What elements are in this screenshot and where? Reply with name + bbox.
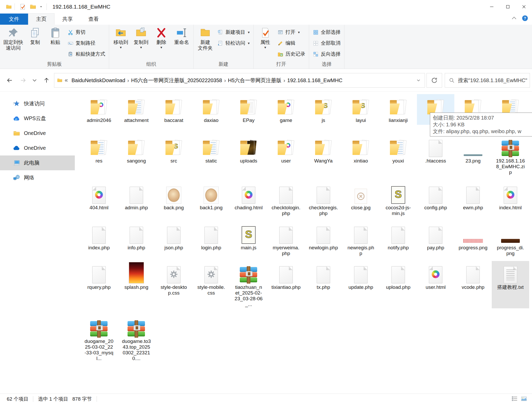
file-item-duogame.to343.top_20250302_223210....[interactable]: duogame.to343.top_20250302_223210.... bbox=[118, 315, 155, 362]
breadcrumb-item[interactable]: H5六合一带网页注册版 bbox=[226, 77, 284, 84]
file-item-update.php[interactable]: update.php bbox=[342, 261, 380, 308]
move-to-button[interactable]: 移动到 ▾ bbox=[111, 25, 131, 49]
cut-button[interactable]: 剪切 bbox=[65, 27, 107, 38]
sidebar-item-OneDrive[interactable]: OneDrive bbox=[0, 141, 75, 155]
file-item-style-desktop.css[interactable]: style-desktop.css bbox=[155, 261, 192, 308]
file-item-main.js[interactable]: Smain.js bbox=[230, 221, 267, 257]
rename-button[interactable]: 重命名 bbox=[171, 25, 192, 45]
folder-item-res[interactable]: res bbox=[80, 135, 118, 176]
tab-home[interactable]: 主页 bbox=[28, 13, 55, 25]
file-item-192.168.1.168_EwMHC.zip[interactable]: 192.168.1.168_EwMHC.zip bbox=[492, 135, 529, 176]
sidebar-item-此电脑[interactable]: 此电脑 bbox=[0, 155, 75, 170]
file-item-progress.png[interactable]: progress.png bbox=[454, 221, 492, 257]
folder-item-admin2046[interactable]: admin2046 bbox=[80, 94, 118, 125]
file-item-ewm.php[interactable]: ewm.php bbox=[454, 181, 492, 217]
quick-access-newfolder-icon[interactable] bbox=[30, 3, 36, 10]
file-item-checktoregis.php[interactable]: checktoregis.php bbox=[305, 181, 342, 217]
open-button[interactable]: 打开 ▾ bbox=[275, 27, 307, 38]
history-button[interactable]: 历史记录 bbox=[275, 49, 307, 60]
folder-item-daxiao[interactable]: daxiao bbox=[192, 94, 230, 125]
file-item-info.php[interactable]: info.php bbox=[118, 221, 155, 257]
file-item-tixiantiao.php[interactable]: tixiantiao.php bbox=[267, 261, 305, 308]
tab-view[interactable]: 查看 bbox=[81, 14, 107, 25]
thumbnail-view-icon[interactable] bbox=[521, 395, 527, 402]
folder-item-src[interactable]: Ssrc bbox=[155, 135, 192, 176]
file-item-splash.png[interactable]: splash.png bbox=[118, 261, 155, 308]
file-item-搭建教程.txt[interactable]: 搭建教程.txt bbox=[492, 261, 529, 308]
file-item-tx.php[interactable]: tx.php bbox=[305, 261, 342, 308]
sidebar-item-快速访问[interactable]: 快速访问 bbox=[0, 96, 75, 111]
folder-item-user[interactable]: user bbox=[267, 135, 305, 176]
file-item-index.html[interactable]: index.html bbox=[492, 181, 529, 217]
file-item-tiaozhuan_net_2025-02-23_03-28-06_...[interactable]: tiaozhuan_net_2025-02-23_03-28-06_... bbox=[230, 261, 267, 308]
select-none-button[interactable]: 全部取消 bbox=[311, 38, 343, 49]
file-item-404.html[interactable]: 404.html bbox=[80, 181, 118, 217]
folder-item-game[interactable]: game bbox=[267, 94, 305, 125]
file-item-23.png[interactable]: 23.png bbox=[454, 135, 492, 176]
folder-item-WangYa[interactable]: WangYa bbox=[305, 135, 342, 176]
file-item-duogame_2025-03-02_22-33-03_mysql...[interactable]: duogame_2025-03-02_22-33-03_mysql... bbox=[80, 315, 118, 362]
recent-locations-button[interactable] bbox=[30, 75, 39, 86]
minimize-button[interactable] bbox=[484, 0, 500, 14]
delete-button[interactable]: 删除 ▾ bbox=[151, 25, 171, 49]
copy-to-button[interactable]: 复制到 ▾ bbox=[131, 25, 151, 49]
folder-item-layui[interactable]: Slayui bbox=[342, 94, 380, 125]
file-item-back1.png[interactable]: back1.png bbox=[192, 181, 230, 217]
file-item-login.php[interactable]: login.php bbox=[192, 221, 230, 257]
new-folder-button[interactable]: 新建 文件夹 bbox=[195, 25, 215, 51]
properties-button[interactable]: 属性 ▾ bbox=[255, 25, 275, 49]
details-view-icon[interactable] bbox=[511, 395, 518, 402]
address-dropdown-icon[interactable] bbox=[416, 78, 421, 83]
folder-item-js[interactable]: Sjs bbox=[305, 94, 342, 125]
file-item-newregis.php[interactable]: newregis.php bbox=[342, 221, 380, 257]
file-item-progress_di.png[interactable]: progress_di.png bbox=[492, 221, 529, 257]
folder-item-sangong[interactable]: sangong bbox=[118, 135, 155, 176]
tab-file[interactable]: 文件 bbox=[0, 14, 28, 25]
breadcrumb-item[interactable]: BaiduNetdiskDownload bbox=[69, 77, 127, 83]
file-item-back.png[interactable]: back.png bbox=[155, 181, 192, 217]
address-bar[interactable]: « BaiduNetdiskDownload › H5六合一带网页注册版_202… bbox=[54, 73, 425, 88]
file-item-checktologin.php[interactable]: checktologin.php bbox=[267, 181, 305, 217]
quick-access-properties-icon[interactable] bbox=[19, 3, 26, 10]
collapse-ribbon-icon[interactable] bbox=[511, 15, 517, 22]
file-item-notify.php[interactable]: notify.php bbox=[380, 221, 417, 257]
file-item-pay.php[interactable]: pay.php bbox=[417, 221, 454, 257]
paste-button[interactable]: 粘贴 bbox=[45, 25, 65, 45]
folder-item-baccarat[interactable]: baccarat bbox=[155, 94, 192, 125]
file-item-rquery.php[interactable]: rquery.php bbox=[80, 261, 118, 308]
breadcrumb-item[interactable]: H5六合一带网页注册版_202502220358 bbox=[129, 77, 224, 84]
file-item-user.html[interactable]: user.html bbox=[417, 261, 454, 308]
file-item-style-mobile.css[interactable]: style-mobile.css bbox=[192, 261, 230, 308]
new-item-button[interactable]: 新建项目 ▾ bbox=[215, 27, 252, 38]
copy-path-button[interactable]: 复制路径 bbox=[65, 38, 107, 49]
sidebar-item-网络[interactable]: 网络 bbox=[0, 170, 75, 185]
refresh-button[interactable] bbox=[427, 73, 442, 88]
file-item-index.php[interactable]: index.php bbox=[80, 221, 118, 257]
folder-item-xintiao[interactable]: xintiao bbox=[342, 135, 380, 176]
file-item-.htaccess[interactable]: .htaccess bbox=[417, 135, 454, 176]
folder-item-attachment[interactable]: attachment bbox=[118, 94, 155, 125]
file-item-vcode.php[interactable]: vcode.php bbox=[454, 261, 492, 308]
maximize-button[interactable] bbox=[500, 0, 516, 14]
file-item-admin.php[interactable]: admin.php bbox=[118, 181, 155, 217]
folder-item-youxi[interactable]: youxi bbox=[380, 135, 417, 176]
quick-access-caret-icon[interactable] bbox=[39, 5, 43, 9]
file-item-myerweima.php[interactable]: myerweima.php bbox=[267, 221, 305, 257]
folder-item-EPay[interactable]: EPay bbox=[230, 94, 267, 125]
back-button[interactable] bbox=[4, 75, 15, 86]
paste-shortcut-button[interactable]: 粘贴快捷方式 bbox=[65, 49, 107, 60]
search-box[interactable]: 搜索"192.168.1.168_EwMHC" bbox=[445, 73, 530, 88]
invert-selection-button[interactable]: 反向选择 bbox=[311, 49, 343, 60]
folder-item-uploads[interactable]: uploads bbox=[230, 135, 267, 176]
forward-button[interactable] bbox=[18, 75, 29, 86]
folder-item-static[interactable]: static bbox=[192, 135, 230, 176]
breadcrumb-item[interactable]: 192.168.1.168_EwMHC bbox=[285, 77, 344, 83]
help-icon[interactable]: ? bbox=[522, 15, 528, 22]
file-item-json.php[interactable]: json.php bbox=[155, 221, 192, 257]
edit-button[interactable]: 编辑 bbox=[275, 38, 307, 49]
crumb-overflow[interactable]: « bbox=[65, 77, 68, 84]
sidebar-item-WPS云盘[interactable]: WPS云盘 bbox=[0, 111, 75, 126]
close-button[interactable] bbox=[516, 0, 532, 14]
file-item-close.jpg[interactable]: close.jpg bbox=[342, 181, 380, 217]
file-item-chading.html[interactable]: chading.html bbox=[230, 181, 267, 217]
